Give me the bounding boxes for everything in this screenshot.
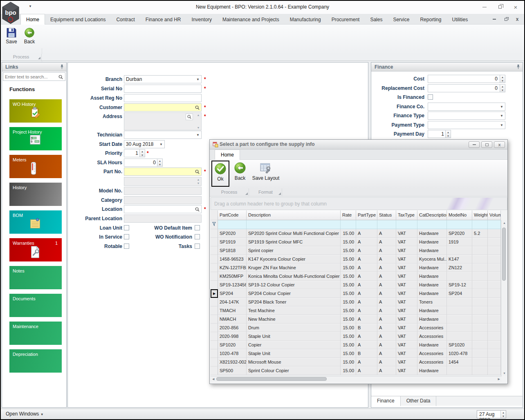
filter-cell-weight[interactable] — [472, 220, 488, 229]
row-indicator[interactable] — [211, 281, 218, 289]
grid-row-204-147k[interactable]: 204-147KSP204 Black Toner15.00AAVATToner… — [211, 298, 502, 306]
row-indicator[interactable] — [211, 315, 218, 324]
grid-cell[interactable]: A — [356, 366, 377, 375]
grid-cell[interactable]: SP2020 Sprint Colour Multi Functional Co… — [247, 229, 341, 238]
ok-button[interactable]: Ok — [211, 161, 229, 187]
grid-cell[interactable]: SP204 Black Toner — [247, 298, 341, 306]
wo-default-item-checkbox[interactable] — [195, 225, 200, 230]
grid-cell[interactable]: 15.00 — [341, 272, 356, 281]
spinner-arrows[interactable]: ▲▼ — [139, 150, 145, 157]
grid-cell[interactable]: A — [356, 289, 377, 298]
row-indicator[interactable] — [211, 264, 218, 272]
row-indicator[interactable] — [211, 358, 218, 366]
grid-cell[interactable]: A — [356, 246, 377, 255]
grid-cell[interactable]: Accessories — [417, 332, 447, 341]
tasks-checkbox[interactable] — [195, 244, 200, 249]
grid-cell[interactable]: A — [356, 341, 377, 349]
grid-cell[interactable] — [472, 281, 488, 289]
grid-cell[interactable]: VAT — [396, 366, 417, 375]
grid-row-1458-96523[interactable]: 1458-96523K147 Kyocera Colour Copier15.0… — [211, 255, 502, 264]
spinner-arrows[interactable]: ▲▼ — [157, 159, 162, 166]
dialog-back-button[interactable]: Back — [231, 161, 249, 187]
function-tile-bom[interactable]: BOM — [9, 210, 62, 234]
function-tile-warranties[interactable]: Warranties1 — [9, 238, 62, 261]
spinner-arrows[interactable]: ▲▼ — [445, 130, 451, 138]
grid-cell[interactable]: 15.00 — [341, 238, 356, 246]
grid-cell[interactable]: SP2020 — [218, 229, 247, 238]
grid-horizontal-scrollbar[interactable]: ◀ ▶ — [211, 376, 502, 382]
grid-cell[interactable]: A — [377, 289, 396, 298]
column-header-partcode[interactable]: PartCode — [218, 210, 247, 220]
grid-cell[interactable]: VAT — [396, 264, 417, 272]
grid-cell[interactable]: 15.00 — [341, 324, 356, 332]
grid-cell[interactable]: Hardware — [417, 246, 447, 255]
sla-hours-stepper[interactable]: 0 ▲▼ — [124, 159, 163, 167]
grid-cell[interactable]: A — [377, 324, 396, 332]
grid-cell[interactable] — [472, 341, 488, 349]
grid-cell[interactable]: Hardware — [417, 264, 447, 272]
filter-cell-status[interactable] — [377, 220, 396, 229]
grid-cell[interactable]: 15.00 — [341, 289, 356, 298]
grid-cell[interactable]: SP19-12 Colour Copier — [247, 281, 341, 289]
grid-cell[interactable] — [447, 332, 472, 341]
grid-cell[interactable]: A — [356, 281, 377, 289]
column-header-volum[interactable]: Volum — [488, 210, 501, 220]
grid-cell[interactable]: Hardware — [417, 272, 447, 281]
row-indicator[interactable] — [211, 238, 218, 246]
grid-cell[interactable] — [447, 324, 472, 332]
group-launcher-icon[interactable] — [245, 192, 248, 195]
loan-unit-checkbox[interactable] — [124, 225, 129, 230]
grid-cell[interactable] — [488, 229, 501, 238]
grid-cell[interactable] — [472, 366, 488, 375]
grid-cell[interactable] — [472, 332, 488, 341]
serial-no-input[interactable] — [124, 85, 202, 93]
grid-cell[interactable]: A — [377, 298, 396, 306]
grid-cell[interactable]: Copier — [247, 341, 341, 349]
grid-cell[interactable] — [488, 255, 501, 264]
grid-cell[interactable]: A — [377, 229, 396, 238]
column-header-status[interactable]: Status — [377, 210, 396, 220]
grid-cell[interactable]: 15.00 — [341, 366, 356, 375]
grid-row-kzn-122tfb[interactable]: KZN-122TFBKruger ZN Fax Machine15.00AAVA… — [211, 264, 502, 272]
in-service-checkbox[interactable] — [124, 234, 129, 239]
payment-day-stepper[interactable]: 1 ▲▼ — [428, 130, 451, 138]
grid-cell[interactable] — [447, 272, 472, 281]
grid-row-sp1818[interactable]: SP1818Sprint copier15.00AAVATHardware — [211, 246, 502, 255]
grid-cell[interactable]: A — [377, 349, 396, 358]
ribbon-tab-maintenance-and-projects[interactable]: Maintenance and Projects — [217, 14, 285, 25]
grid-cell[interactable]: A — [356, 298, 377, 306]
column-header-catdescription[interactable]: CatDescription — [417, 210, 447, 220]
grid-cell[interactable]: Accessories — [417, 349, 447, 358]
function-tile-project-history[interactable]: Project History — [9, 127, 62, 150]
row-indicator[interactable] — [211, 246, 218, 255]
search-icon[interactable] — [58, 74, 63, 80]
open-windows-button[interactable]: Open Windows ▼ — [6, 409, 44, 420]
grid-cell[interactable]: SP19-12 — [447, 281, 472, 289]
grid-cell[interactable]: A — [356, 306, 377, 315]
grid-cell[interactable]: KM250MFP — [218, 272, 247, 281]
row-indicator[interactable] — [211, 366, 218, 375]
scrollbar-thumb[interactable] — [216, 377, 327, 381]
search-icon[interactable] — [187, 114, 192, 119]
grid-cell[interactable]: A — [356, 332, 377, 341]
grid-cell[interactable] — [488, 332, 501, 341]
grid-cell[interactable]: 1919 — [447, 238, 472, 246]
focused-row-indicator[interactable]: ▶ — [211, 289, 218, 298]
function-tile-depreciation[interactable]: Depreciation — [9, 349, 62, 373]
grid-cell[interactable]: A — [356, 315, 377, 324]
grid-cell[interactable] — [488, 246, 501, 255]
grid-cell[interactable]: A — [377, 272, 396, 281]
ribbon-tab-utilities[interactable]: Utilities — [446, 14, 473, 25]
grid-row-sp2020[interactable]: SP2020SP2020 Sprint Colour Multi Functio… — [211, 229, 502, 238]
grid-cell[interactable]: Kruger ZN Fax Machine — [247, 264, 341, 272]
save-button[interactable]: Save — [3, 26, 20, 51]
grid-cell[interactable]: Staple Unit — [247, 349, 341, 358]
grid-cell[interactable]: VAT — [396, 306, 417, 315]
grid-cell[interactable]: 15.00 — [341, 229, 356, 238]
grid-cell[interactable]: 204-147K — [218, 298, 247, 306]
ribbon-tab-manufacturing[interactable]: Manufacturing — [285, 14, 326, 25]
grid-row-sp204[interactable]: ▶SP204SP204 Colour Copier15.00AAVATHardw… — [211, 289, 502, 298]
cost-stepper[interactable]: 0 ▲▼ — [428, 75, 505, 83]
grid-cell[interactable] — [488, 289, 501, 298]
grid-cell[interactable]: VAT — [396, 324, 417, 332]
